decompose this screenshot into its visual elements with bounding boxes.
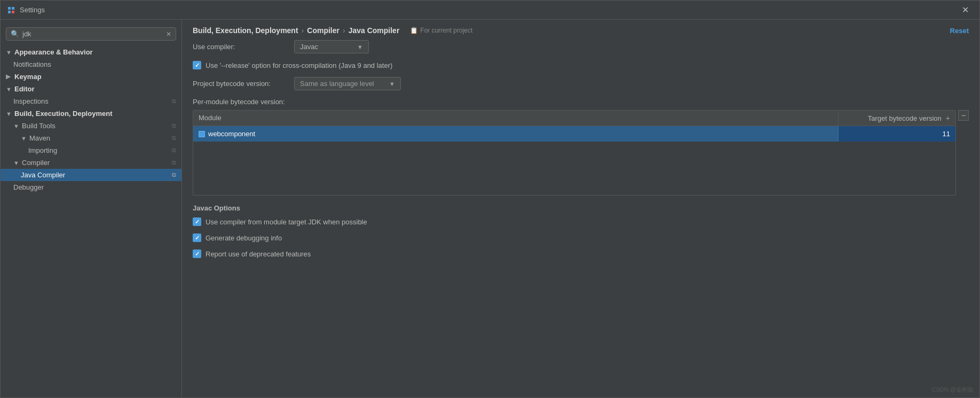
checkmark-icon: ✓: [195, 235, 200, 241]
copy-icon: ⧉: [172, 171, 176, 178]
module-icon: [199, 131, 205, 137]
generate-debug-row: ✓ Generate debugging info: [193, 233, 969, 242]
breadcrumb-part-3: Java Compiler: [349, 26, 400, 35]
chevron-down-icon: ▼: [6, 111, 12, 117]
report-deprecated-label: Report use of deprecated features: [206, 250, 311, 258]
bytecode-version-row: Project bytecode version: Same as langua…: [193, 77, 969, 90]
generate-debug-checkbox[interactable]: ✓: [193, 233, 201, 242]
svg-rect-1: [12, 7, 14, 10]
copy-icon: ⧉: [172, 98, 176, 105]
dropdown-arrow-icon: ▼: [389, 81, 395, 87]
sidebar-item-build[interactable]: ▼ Build, Execution, Deployment: [1, 107, 181, 120]
search-icon: 🔍: [11, 30, 19, 38]
copy-icon: ⧉: [172, 147, 176, 154]
sidebar: 🔍 ✕ ▼ Appearance & Behavior Notification…: [1, 20, 182, 397]
generate-debug-label: Generate debugging info: [206, 234, 282, 242]
breadcrumb-sep-2: ›: [343, 26, 345, 35]
sidebar-item-appearance[interactable]: ▼ Appearance & Behavior: [1, 46, 181, 58]
main-panel: Build, Execution, Deployment › Compiler …: [182, 20, 979, 397]
table-empty-area: [193, 142, 955, 195]
use-compiler-jdk-label: Use compiler from module target JDK when…: [206, 218, 367, 226]
svg-rect-2: [8, 11, 11, 13]
module-name: webcomponent: [208, 130, 255, 138]
bytecode-version-label: Project bytecode version:: [193, 80, 289, 88]
sidebar-item-build-tools[interactable]: ▼ Build Tools ⧉: [1, 120, 181, 132]
table-row[interactable]: webcomponent 11: [193, 126, 955, 142]
sidebar-item-maven[interactable]: ▼ Maven ⧉: [1, 132, 181, 144]
sidebar-item-notifications[interactable]: Notifications: [1, 58, 181, 71]
checkmark-icon: ✓: [195, 62, 200, 69]
sidebar-item-editor[interactable]: ▼ Editor: [1, 83, 181, 95]
chevron-down-icon: ▼: [13, 160, 20, 166]
copy-icon: ⧉: [172, 135, 176, 142]
dropdown-arrow-icon: ▼: [357, 44, 363, 50]
module-cell: webcomponent: [193, 126, 838, 142]
checkmark-icon: ✓: [195, 251, 200, 257]
use-compiler-row: Use compiler: Javac ▼: [193, 40, 969, 53]
breadcrumb-part-1: Build, Execution, Deployment: [193, 26, 298, 35]
use-compiler-jdk-row: ✓ Use compiler from module target JDK wh…: [193, 217, 969, 226]
module-table: Module Target bytecode version + webcomp…: [193, 110, 956, 204]
search-input[interactable]: [22, 30, 166, 38]
project-icon: 📋: [410, 27, 418, 34]
use-compiler-jdk-checkbox[interactable]: ✓: [193, 217, 201, 226]
chevron-down-icon: ▼: [6, 86, 12, 92]
release-option-checkbox[interactable]: ✓: [193, 61, 201, 69]
sidebar-item-keymap[interactable]: ▶ Keymap: [1, 71, 181, 83]
close-button[interactable]: ✕: [958, 3, 973, 17]
app-icon: [7, 6, 15, 14]
version-col-header: Target bytecode version +: [838, 111, 955, 126]
version-cell[interactable]: 11: [838, 126, 955, 142]
sidebar-item-compiler[interactable]: ▼ Compiler ⧉: [1, 157, 181, 169]
watermark: CSDN @金刚族: [932, 386, 974, 394]
add-module-button[interactable]: +: [946, 114, 950, 122]
use-compiler-label: Use compiler:: [193, 43, 289, 51]
table: Module Target bytecode version + webcomp…: [193, 110, 956, 196]
breadcrumb-part-2: Compiler: [307, 26, 339, 35]
panel-header: Build, Execution, Deployment › Compiler …: [182, 20, 979, 40]
settings-window: Settings ✕ 🔍 ✕ ▼ Appearance & Behavior N…: [0, 0, 980, 398]
search-box[interactable]: 🔍 ✕: [6, 27, 176, 41]
panel-body: Use compiler: Javac ▼ ✓ Use '--release' …: [182, 40, 979, 397]
search-clear-icon[interactable]: ✕: [166, 30, 171, 38]
for-current-project: 📋 For current project: [410, 27, 472, 34]
chevron-down-icon: ▼: [13, 123, 20, 129]
per-module-label: Per-module bytecode version:: [193, 98, 969, 106]
sidebar-item-debugger[interactable]: Debugger: [1, 181, 181, 193]
bytecode-version-value: Same as language level: [300, 80, 385, 88]
checkmark-icon: ✓: [195, 218, 200, 225]
window-title: Settings: [20, 6, 958, 14]
release-option-label: Use '--release' option for cross-compila…: [206, 61, 392, 69]
chevron-down-icon: ▼: [21, 135, 27, 142]
reset-button[interactable]: Reset: [950, 27, 969, 35]
module-col-header: Module: [193, 111, 838, 126]
report-deprecated-checkbox[interactable]: ✓: [193, 249, 201, 258]
module-table-container: Module Target bytecode version + webcomp…: [193, 110, 969, 204]
bytecode-version-select[interactable]: Same as language level ▼: [294, 77, 401, 90]
remove-module-button[interactable]: −: [958, 110, 969, 121]
compiler-select-value: Javac: [300, 43, 353, 51]
svg-rect-0: [8, 7, 11, 10]
sidebar-item-importing[interactable]: Importing ⧉: [1, 144, 181, 157]
report-deprecated-row: ✓ Report use of deprecated features: [193, 249, 969, 258]
release-option-row: ✓ Use '--release' option for cross-compi…: [193, 61, 969, 69]
javac-options-title: Javac Options: [193, 204, 969, 212]
svg-rect-3: [12, 11, 14, 13]
chevron-down-icon: ▼: [6, 49, 12, 56]
main-content: 🔍 ✕ ▼ Appearance & Behavior Notification…: [1, 20, 979, 397]
copy-icon: ⧉: [172, 122, 176, 129]
table-side-buttons: −: [958, 110, 969, 122]
copy-icon: ⧉: [172, 159, 176, 166]
sidebar-item-java-compiler[interactable]: Java Compiler ⧉: [1, 169, 181, 181]
table-header: Module Target bytecode version +: [193, 111, 955, 126]
title-bar: Settings ✕: [1, 1, 979, 20]
breadcrumb: Build, Execution, Deployment › Compiler …: [193, 26, 399, 35]
sidebar-item-inspections[interactable]: Inspections ⧉: [1, 95, 181, 107]
compiler-select[interactable]: Javac ▼: [294, 40, 369, 53]
chevron-right-icon: ▶: [6, 73, 12, 80]
breadcrumb-sep-1: ›: [302, 26, 304, 35]
